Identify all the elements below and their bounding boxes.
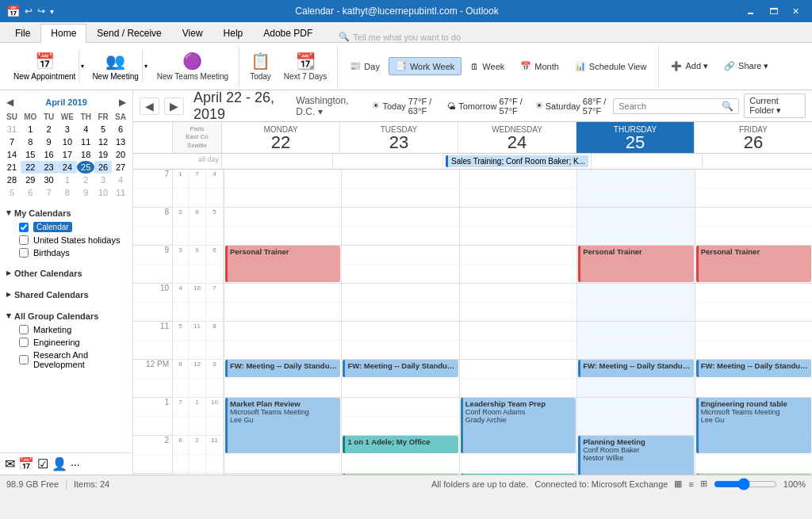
new-meeting-button[interactable]: 👥 New Meeting [89, 49, 141, 83]
cal-prev-button[interactable]: ◀ [140, 97, 159, 115]
mini-cal-day[interactable]: 3 [94, 174, 112, 186]
mini-cal-prev[interactable]: ◀ [3, 95, 17, 109]
search-icon[interactable]: 🔍 [722, 101, 733, 112]
minimize-button[interactable]: 🗕 [740, 5, 761, 18]
mini-cal-day[interactable]: 10 [94, 186, 112, 199]
calendar-event[interactable]: Leadership Team PrepConf Room AdamsGrady… [461, 398, 576, 453]
view-icon-3[interactable]: ⊞ [700, 479, 707, 489]
my-calendars-header[interactable]: ▾ My Calendars [6, 205, 126, 220]
mini-cal-day[interactable]: 16 [40, 148, 58, 161]
cal-rnd-check[interactable] [19, 355, 29, 364]
shared-cals-header[interactable]: ▸ Shared Calendars [6, 287, 126, 302]
mini-cal-day[interactable]: 6 [112, 123, 129, 135]
mini-cal-day[interactable]: 20 [112, 148, 129, 161]
cal-calendar-check[interactable] [19, 223, 29, 232]
add-button[interactable]: ➕ Add ▾ [664, 57, 715, 75]
mini-cal-day[interactable]: 8 [21, 135, 40, 148]
sidebar-tasks-icon[interactable]: ☑ [37, 456, 48, 471]
tab-send-receive[interactable]: Send / Receive [86, 24, 171, 42]
new-appointment-split[interactable]: 📅 New Appointment ▾ [10, 48, 86, 84]
new-appointment-button[interactable]: 📅 New Appointment [10, 49, 79, 83]
mini-cal-day[interactable]: 3 [58, 123, 78, 135]
calendar-event[interactable]: FW: Meeting -- Daily Standup; Co ✎ [343, 360, 458, 377]
calendar-event[interactable]: Personal Trainer [696, 246, 811, 282]
allday-sales-training[interactable]: Sales Training; Conf Room Baker; K... [446, 155, 588, 167]
mini-cal-day[interactable]: 8 [58, 186, 78, 199]
other-cals-header[interactable]: ▸ Other Calendars [6, 265, 126, 280]
work-week-view-button[interactable]: 📑 Work Week [389, 57, 462, 75]
mini-cal-day[interactable]: 1 [58, 174, 78, 186]
calendar-event[interactable]: 1 on 1 Adele; My Office [343, 436, 458, 453]
mini-cal-day[interactable]: 5 [94, 123, 112, 135]
mini-cal-day[interactable]: 6 [21, 186, 40, 199]
quick-access-undo[interactable]: ↩ [25, 6, 33, 17]
mini-cal-day[interactable]: 7 [3, 135, 21, 148]
month-view-button[interactable]: 📅 Month [513, 57, 566, 75]
calendar-event[interactable]: Engineering round tableMicrosoft Teams M… [696, 398, 811, 453]
week-view-button[interactable]: 🗓 Week [463, 58, 511, 75]
mini-cal-next[interactable]: ▶ [116, 95, 129, 109]
cal-us-holidays-check[interactable] [19, 235, 29, 245]
new-teams-meeting-button[interactable]: 🟣 New Teams Meeting [151, 48, 234, 84]
sidebar-item-engineering[interactable]: Engineering [6, 336, 126, 349]
zoom-slider[interactable] [714, 478, 777, 490]
cal-engineering-check[interactable] [19, 338, 29, 347]
mini-cal-day[interactable]: 10 [58, 135, 78, 148]
mini-cal-day[interactable]: 11 [77, 135, 94, 148]
tab-adobe-pdf[interactable]: Adobe PDF [253, 24, 323, 42]
today-button[interactable]: 📋 Today [244, 48, 277, 84]
tab-file[interactable]: File [5, 24, 40, 42]
close-button[interactable]: ✕ [786, 5, 806, 18]
mini-cal-day[interactable]: 22 [21, 161, 40, 174]
mini-cal-day[interactable]: 18 [77, 148, 94, 161]
calendar-event[interactable]: FW: Meeting -- Daily Standup; Co ✎ [578, 360, 693, 377]
search-tell-me[interactable]: 🔍 Tell me what you want to do [323, 32, 812, 42]
sidebar-item-marketing[interactable]: Marketing [6, 323, 126, 336]
mini-cal-day[interactable]: 29 [21, 174, 40, 186]
day-view-button[interactable]: 📰 Day [343, 57, 387, 75]
mini-cal-day[interactable]: 31 [3, 123, 21, 135]
tab-view[interactable]: View [172, 24, 213, 42]
cal-next-button[interactable]: ▶ [164, 97, 184, 115]
calendar-event[interactable]: Planning MeetingConf Room BakerNestor Wi… [578, 436, 693, 475]
calendar-event[interactable]: Work on Specs document [461, 474, 576, 475]
calendar-event[interactable]: Lunch at Fourth CoffeeFourth Coffee [343, 474, 458, 475]
mini-cal-day[interactable]: 12 [94, 135, 112, 148]
cal-marketing-check[interactable] [19, 325, 29, 334]
mini-cal-day[interactable]: 28 [3, 174, 21, 186]
mini-cal-day[interactable]: 13 [112, 135, 129, 148]
mini-cal-day[interactable]: 15 [21, 148, 40, 161]
new-meeting-split[interactable]: 👥 New Meeting ▾ [88, 48, 149, 84]
view-icon-1[interactable]: ▦ [674, 479, 682, 489]
mini-cal-day[interactable]: 5 [3, 186, 21, 199]
sidebar-item-calendar[interactable]: Calendar [6, 220, 126, 234]
new-appointment-arrow[interactable]: ▾ [79, 49, 86, 83]
calendar-event[interactable]: Market Plan ReviewMicrosoft Teams Meetin… [225, 398, 340, 453]
sidebar-item-rnd[interactable]: Research And Development [6, 349, 126, 371]
calendar-event[interactable]: Lunch with AdeleCafe 36Kathy Thompson [696, 474, 811, 475]
sidebar-people-icon[interactable]: 👤 [52, 456, 67, 471]
maximize-button[interactable]: 🗖 [763, 5, 784, 18]
tab-home[interactable]: Home [40, 24, 86, 43]
quick-access-redo[interactable]: ↪ [37, 6, 45, 17]
mini-cal-day[interactable]: 24 [58, 161, 78, 174]
calendar-event[interactable]: FW: Meeting -- Daily Standup; Co ✎ [225, 360, 340, 377]
calendar-event[interactable]: FW: Meeting -- Daily Standup; Co ✎ [696, 360, 811, 377]
mini-cal-day[interactable]: 9 [77, 186, 94, 199]
cal-location[interactable]: Washington, D.C. ▾ [296, 95, 361, 117]
mini-cal-day[interactable]: 1 [21, 123, 40, 135]
mini-cal-day[interactable]: 7 [40, 186, 58, 199]
cal-birthdays-check[interactable] [19, 248, 29, 258]
mini-cal-day[interactable]: 23 [40, 161, 58, 174]
mini-cal-day[interactable]: 4 [112, 174, 129, 186]
schedule-view-button[interactable]: 📊 Schedule View [568, 57, 654, 75]
mini-cal-day[interactable]: 26 [94, 161, 112, 174]
calendar-event[interactable]: Personal Trainer [578, 246, 693, 282]
sidebar-item-us-holidays[interactable]: United States holidays [6, 234, 126, 246]
next-7-days-button[interactable]: 📆 Next 7 Days [278, 48, 332, 84]
tab-help[interactable]: Help [213, 24, 254, 42]
new-meeting-arrow[interactable]: ▾ [142, 49, 149, 83]
calendar-event[interactable]: Personal Trainer [225, 246, 340, 282]
sidebar-calendar-icon[interactable]: 📅 [18, 456, 34, 471]
sidebar-mail-icon[interactable]: ✉ [5, 456, 15, 471]
